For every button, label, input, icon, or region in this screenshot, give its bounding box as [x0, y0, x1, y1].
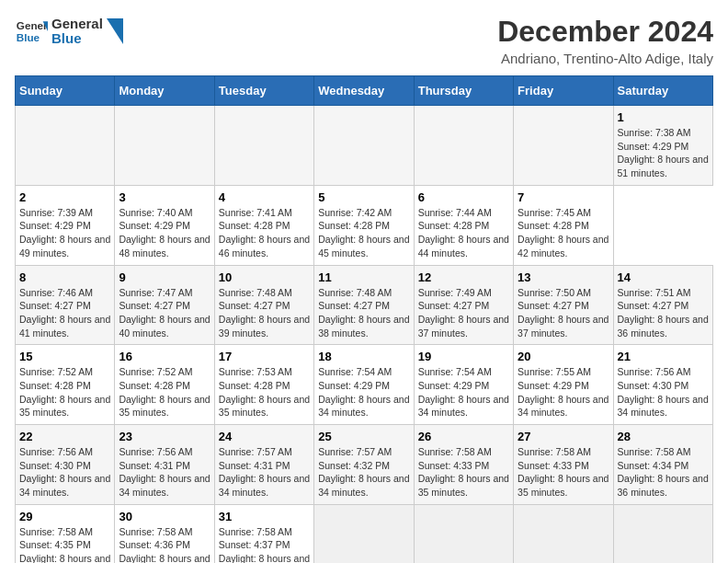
day-number: 3: [119, 190, 210, 204]
title-area: December 2024 Andriano, Trentino-Alto Ad…: [497, 15, 713, 66]
day-number: 27: [518, 430, 609, 443]
empty-cell: [16, 106, 115, 186]
day-cell-2: 2Sunrise: 7:39 AMSunset: 4:29 PMDaylight…: [16, 185, 115, 265]
day-cell-21: 21Sunrise: 7:56 AMSunset: 4:30 PMDayligh…: [613, 345, 712, 425]
col-header-monday: Monday: [115, 76, 214, 106]
day-number: 30: [119, 510, 210, 523]
day-cell-22: 22Sunrise: 7:56 AMSunset: 4:30 PMDayligh…: [16, 425, 115, 505]
col-header-friday: Friday: [514, 76, 613, 106]
day-info: Sunrise: 7:57 AMSunset: 4:32 PMDaylight:…: [318, 445, 409, 500]
day-number: 12: [418, 270, 509, 284]
day-cell-6: 6Sunrise: 7:44 AMSunset: 4:28 PMDaylight…: [414, 185, 513, 265]
day-cell-12: 12Sunrise: 7:49 AMSunset: 4:27 PMDayligh…: [414, 265, 513, 345]
svg-text:General: General: [17, 19, 48, 31]
day-cell-5: 5Sunrise: 7:42 AMSunset: 4:28 PMDaylight…: [314, 185, 414, 265]
day-info: Sunrise: 7:58 AMSunset: 4:33 PMDaylight:…: [518, 445, 609, 500]
empty-cell: [414, 504, 513, 563]
day-cell-19: 19Sunrise: 7:54 AMSunset: 4:29 PMDayligh…: [414, 345, 513, 425]
day-info: Sunrise: 7:58 AMSunset: 4:35 PMDaylight:…: [19, 525, 110, 563]
col-header-wednesday: Wednesday: [314, 76, 414, 106]
day-number: 7: [518, 190, 609, 204]
week-row-6: 29Sunrise: 7:58 AMSunset: 4:35 PMDayligh…: [16, 504, 713, 563]
day-cell-24: 24Sunrise: 7:57 AMSunset: 4:31 PMDayligh…: [214, 425, 313, 505]
day-info: Sunrise: 7:45 AMSunset: 4:28 PMDaylight:…: [518, 206, 609, 260]
empty-cell: [314, 106, 414, 186]
day-info: Sunrise: 7:50 AMSunset: 4:27 PMDaylight:…: [518, 286, 609, 340]
day-cell-11: 11Sunrise: 7:48 AMSunset: 4:27 PMDayligh…: [314, 265, 414, 345]
day-info: Sunrise: 7:48 AMSunset: 4:27 PMDaylight:…: [318, 286, 409, 340]
day-number: 9: [119, 270, 210, 284]
day-cell-4: 4Sunrise: 7:41 AMSunset: 4:28 PMDaylight…: [214, 185, 313, 265]
day-info: Sunrise: 7:56 AMSunset: 4:30 PMDaylight:…: [19, 445, 110, 500]
header-row: SundayMondayTuesdayWednesdayThursdayFrid…: [16, 76, 713, 106]
day-number: 20: [518, 350, 609, 363]
page-title: December 2024: [497, 15, 713, 49]
day-info: Sunrise: 7:54 AMSunset: 4:29 PMDaylight:…: [418, 365, 509, 419]
logo-blue: Blue: [51, 31, 103, 47]
col-header-saturday: Saturday: [613, 76, 712, 106]
day-number: 19: [418, 350, 509, 363]
day-number: 10: [219, 270, 310, 284]
col-header-thursday: Thursday: [414, 76, 513, 106]
empty-cell: [514, 504, 613, 563]
day-cell-28: 28Sunrise: 7:58 AMSunset: 4:34 PMDayligh…: [613, 425, 712, 505]
day-info: Sunrise: 7:38 AMSunset: 4:29 PMDaylight:…: [618, 126, 709, 180]
empty-cell: [514, 106, 613, 186]
day-number: 5: [318, 190, 409, 204]
day-info: Sunrise: 7:52 AMSunset: 4:28 PMDaylight:…: [19, 365, 110, 419]
day-number: 4: [219, 190, 310, 204]
day-info: Sunrise: 7:40 AMSunset: 4:29 PMDaylight:…: [119, 206, 210, 260]
week-row-4: 15Sunrise: 7:52 AMSunset: 4:28 PMDayligh…: [16, 345, 713, 425]
day-cell-17: 17Sunrise: 7:53 AMSunset: 4:28 PMDayligh…: [214, 345, 313, 425]
day-number: 6: [418, 190, 509, 204]
empty-cell: [613, 504, 712, 563]
day-number: 13: [518, 270, 609, 284]
day-number: 25: [318, 430, 409, 443]
day-cell-18: 18Sunrise: 7:54 AMSunset: 4:29 PMDayligh…: [314, 345, 414, 425]
day-number: 29: [19, 510, 110, 523]
day-cell-10: 10Sunrise: 7:48 AMSunset: 4:27 PMDayligh…: [214, 265, 313, 345]
day-info: Sunrise: 7:47 AMSunset: 4:27 PMDaylight:…: [119, 286, 210, 340]
day-cell-29: 29Sunrise: 7:58 AMSunset: 4:35 PMDayligh…: [16, 504, 115, 563]
empty-cell: [314, 504, 414, 563]
day-number: 26: [418, 430, 509, 443]
day-info: Sunrise: 7:39 AMSunset: 4:29 PMDaylight:…: [19, 206, 110, 260]
empty-cell: [214, 106, 313, 186]
header: General Blue General Blue December 2024 …: [15, 15, 713, 66]
day-cell-31: 31Sunrise: 7:58 AMSunset: 4:37 PMDayligh…: [214, 504, 313, 563]
day-cell-1: 1Sunrise: 7:38 AMSunset: 4:29 PMDaylight…: [613, 106, 712, 186]
day-cell-26: 26Sunrise: 7:58 AMSunset: 4:33 PMDayligh…: [414, 425, 513, 505]
day-number: 16: [119, 350, 210, 363]
week-row-2: 2Sunrise: 7:39 AMSunset: 4:29 PMDaylight…: [16, 185, 713, 265]
day-info: Sunrise: 7:58 AMSunset: 4:33 PMDaylight:…: [418, 445, 509, 500]
day-number: 28: [618, 430, 709, 443]
day-cell-15: 15Sunrise: 7:52 AMSunset: 4:28 PMDayligh…: [16, 345, 115, 425]
svg-text:Blue: Blue: [17, 31, 40, 43]
day-cell-20: 20Sunrise: 7:55 AMSunset: 4:29 PMDayligh…: [514, 345, 613, 425]
logo-arrow: [107, 18, 123, 44]
logo-icon: General Blue: [15, 15, 48, 48]
col-header-tuesday: Tuesday: [214, 76, 313, 106]
day-number: 14: [618, 270, 709, 284]
calendar-table: SundayMondayTuesdayWednesdayThursdayFrid…: [15, 75, 713, 563]
day-info: Sunrise: 7:56 AMSunset: 4:31 PMDaylight:…: [119, 445, 210, 500]
day-number: 18: [318, 350, 409, 363]
day-number: 8: [19, 270, 110, 284]
day-number: 31: [219, 510, 310, 523]
day-number: 11: [318, 270, 409, 284]
week-row-5: 22Sunrise: 7:56 AMSunset: 4:30 PMDayligh…: [16, 425, 713, 505]
day-info: Sunrise: 7:58 AMSunset: 4:37 PMDaylight:…: [219, 525, 310, 563]
day-info: Sunrise: 7:55 AMSunset: 4:29 PMDaylight:…: [518, 365, 609, 419]
day-info: Sunrise: 7:57 AMSunset: 4:31 PMDaylight:…: [219, 445, 310, 500]
day-info: Sunrise: 7:53 AMSunset: 4:28 PMDaylight:…: [219, 365, 310, 419]
empty-cell: [115, 106, 214, 186]
empty-cell: [414, 106, 513, 186]
day-number: 22: [19, 430, 110, 443]
day-info: Sunrise: 7:54 AMSunset: 4:29 PMDaylight:…: [318, 365, 409, 419]
day-cell-13: 13Sunrise: 7:50 AMSunset: 4:27 PMDayligh…: [514, 265, 613, 345]
day-number: 15: [19, 350, 110, 363]
day-cell-27: 27Sunrise: 7:58 AMSunset: 4:33 PMDayligh…: [514, 425, 613, 505]
page-subtitle: Andriano, Trentino-Alto Adige, Italy: [497, 51, 713, 66]
day-number: 24: [219, 430, 310, 443]
logo-general: General: [51, 17, 103, 32]
